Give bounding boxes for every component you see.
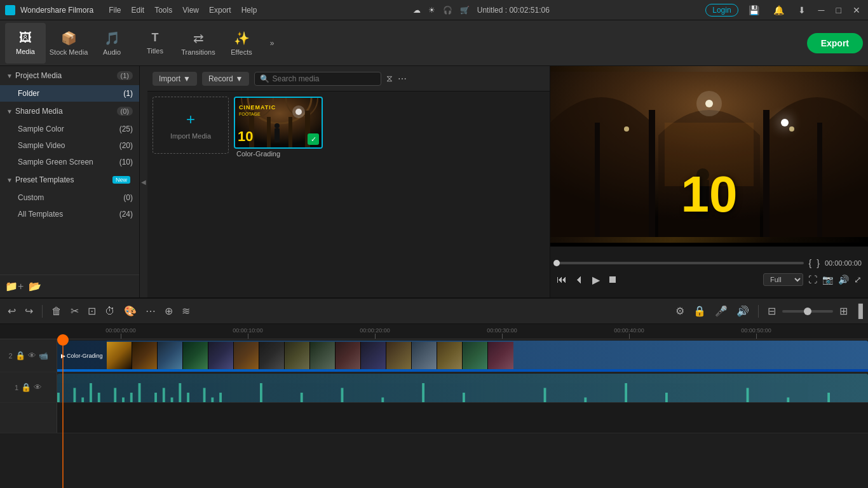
undo-button[interactable]: ↩ [5,302,18,320]
tl-mic-button[interactable]: 🎤 [712,302,730,320]
sidebar-item-folder[interactable]: Folder (1) [0,85,139,102]
menu-tools[interactable]: Tools [154,6,172,15]
expand-icon[interactable]: ⤢ [854,274,862,285]
skip-back-button[interactable]: ⏮ [557,274,567,285]
search-input[interactable] [272,74,376,83]
import-media-placeholder[interactable]: + Import Media [153,97,229,154]
menu-edit[interactable]: Edit [132,6,145,15]
footage-text: FOOTAGE [239,112,261,116]
media-item-color-grading[interactable]: CINEMATIC FOOTAGE 10 ✓ Color-Grading [234,97,323,159]
track-2-lock-icon[interactable]: 🔒 [15,351,25,360]
custom-count: (0) [123,193,133,202]
download-icon[interactable]: ⬇ [794,4,810,17]
export-button[interactable]: Export [807,33,863,53]
toolbar-audio[interactable]: 🎵 Audio [92,23,132,64]
close-button[interactable]: ✕ [850,5,863,15]
menu-help[interactable]: Help [241,6,257,15]
toolbar-effects[interactable]: ✨ Effects [221,23,262,64]
menu-export[interactable]: Export [209,6,231,15]
video-clip[interactable]: ▶ Color-Grading [57,341,868,370]
shared-media-arrow: ▼ [6,108,13,115]
login-button[interactable]: Login [705,4,738,17]
toolbar-titles[interactable]: T Titles [135,23,175,64]
restore-button[interactable]: □ [834,5,844,15]
speed-button[interactable]: ⏱ [102,303,118,320]
media-grid: + Import Media [147,92,550,297]
shared-media-header[interactable]: ▼ Shared Media (0) [0,102,139,121]
more-1-button[interactable]: ⋯ [143,302,158,320]
out-point-icon[interactable]: } [817,258,820,268]
tl-right-controls: ⚙ 🔒 🎤 🔊 ⊟ ⊞ ▐ [673,302,863,320]
minimize-button[interactable]: ─ [816,5,827,15]
sidebar-item-sample-color[interactable]: Sample Color (25) [0,121,139,137]
add-folder-icon[interactable]: 📁+ [5,280,24,292]
preset-templates-header[interactable]: ▼ Preset Templates New [0,170,139,189]
zoom-track[interactable] [782,310,833,313]
volume-icon[interactable]: 🔊 [838,274,849,285]
track-1-eye-icon[interactable]: 👁 [34,383,42,392]
crop-button[interactable]: ⊡ [85,302,98,320]
fullscreen-icon[interactable]: ⛶ [808,274,817,285]
tl-shrink-button[interactable]: ⊟ [765,302,778,320]
track-2-eye-icon[interactable]: 👁 [28,351,36,360]
import-button[interactable]: Import ▼ [153,72,197,86]
audio-meter-button[interactable]: ≋ [179,302,193,320]
delete-button[interactable]: 🗑 [49,303,64,320]
frame-back-button[interactable]: ⏴ [574,274,585,285]
folder-open-icon[interactable]: 📂 [29,280,41,292]
preview-area: 10 { } 00:00:00:00 ⏮ ⏴ ▶ ⏹ [550,66,868,297]
collapse-panel-button[interactable]: ◀ [140,66,147,297]
zoom-slider[interactable] [782,310,833,313]
toolbar-stock-media[interactable]: 📦 Stock Media [48,23,89,64]
cart-icon[interactable]: 🛒 [460,6,470,15]
tl-audio-button[interactable]: 🔊 [734,302,752,320]
redo-button[interactable]: ↪ [22,302,36,320]
track-num-1: 1 [15,384,18,391]
search-box[interactable]: 🔍 [254,72,381,86]
track-1-lock-icon[interactable]: 🔒 [21,383,31,392]
grid-view-button[interactable]: ⋯ [398,74,407,84]
headset-icon[interactable]: 🎧 [443,6,452,15]
menu-file[interactable]: File [109,6,121,15]
timeline-content: 00:00:00:00 00:00:10:00 00:00:20:00 00:0… [0,324,868,488]
sidebar-item-custom[interactable]: Custom (0) [0,189,139,206]
snapshot-icon[interactable]: 📷 [822,274,833,285]
play-button[interactable]: ▶ [592,274,600,286]
title-menu: File Edit Tools View Export Help [109,6,257,15]
svg-point-18 [696,91,722,116]
tl-more-button[interactable]: ▐ [854,304,863,318]
toolbar-more-button[interactable]: » [264,23,280,64]
project-media-arrow: ▼ [6,72,13,79]
project-media-header[interactable]: ▼ Project Media (1) [0,66,139,85]
toolbar-media[interactable]: 🖼 Media [5,23,46,64]
in-point-icon[interactable]: { [809,258,812,268]
sidebar-item-sample-video[interactable]: Sample Video (20) [0,137,139,154]
save-icon[interactable]: 💾 [745,4,763,17]
more-2-button[interactable]: ⊕ [162,302,175,320]
sidebar-item-sample-green[interactable]: Sample Green Screen (10) [0,154,139,170]
ruler-mark-2: 00:00:20:00 [311,327,438,339]
menu-view[interactable]: View [182,6,199,15]
sidebar-item-all-templates[interactable]: All Templates (24) [0,206,139,222]
svg-rect-57 [747,388,749,403]
preview-timecode: 00:00:00:00 [825,259,862,267]
tl-expand-button[interactable]: ⊞ [837,302,850,320]
zoom-select[interactable]: Full 50% 75% 125% [763,273,803,286]
cut-button[interactable]: ✂ [68,302,81,320]
color-button[interactable]: 🎨 [121,302,139,320]
track-content-empty [57,403,868,433]
stop-button[interactable]: ⏹ [607,274,618,285]
progress-bar[interactable] [557,262,804,264]
record-button[interactable]: Record ▼ [202,72,250,86]
tl-lock-button[interactable]: 🔒 [691,302,709,320]
playhead-orange-dot[interactable] [57,334,69,346]
toolbar-transitions[interactable]: ⇄ Transitions [178,23,219,64]
ruler-mark-6: 00:01:00:00 [820,327,868,339]
cloud-icon[interactable]: ☁ [413,6,421,15]
project-media-title: Project Media [15,71,117,80]
notification-icon[interactable]: 🔔 [770,4,788,17]
sun-icon[interactable]: ☀ [428,6,435,15]
audio-clip[interactable] [57,374,868,402]
tl-settings-button[interactable]: ⚙ [673,302,687,320]
filter-button[interactable]: ⧖ [386,73,393,84]
